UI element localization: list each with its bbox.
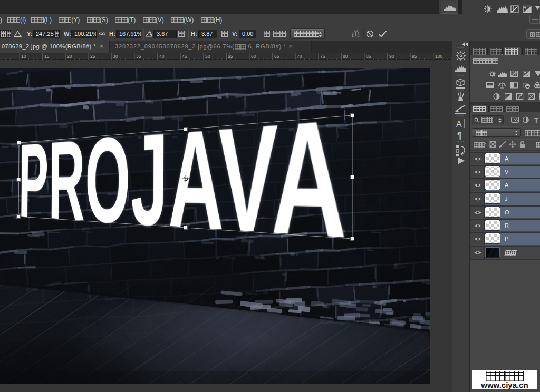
svg-text:35: 35	[136, 54, 141, 59]
svg-text:85: 85	[366, 54, 371, 59]
svg-text:20: 20	[67, 54, 72, 59]
svg-text:15: 15	[44, 54, 50, 59]
svg-text:65: 65	[274, 54, 279, 59]
svg-text:10: 10	[21, 54, 26, 59]
svg-text:25: 25	[90, 54, 95, 59]
svg-text:100: 100	[435, 54, 442, 59]
svg-text:45: 45	[182, 54, 187, 59]
svg-text:A: A	[456, 120, 462, 129]
svg-text:30: 30	[113, 54, 118, 59]
svg-text:50: 50	[205, 54, 210, 59]
svg-text:95: 95	[412, 54, 417, 59]
svg-text:40: 40	[159, 54, 165, 59]
svg-text:75: 75	[320, 54, 325, 59]
svg-text:60: 60	[251, 54, 256, 59]
svg-text:55: 55	[228, 54, 233, 59]
svg-text:T: T	[534, 116, 538, 123]
svg-text:90: 90	[389, 54, 394, 59]
svg-text:80: 80	[343, 54, 348, 59]
svg-text:70: 70	[297, 54, 302, 59]
svg-text:¶: ¶	[457, 131, 462, 140]
